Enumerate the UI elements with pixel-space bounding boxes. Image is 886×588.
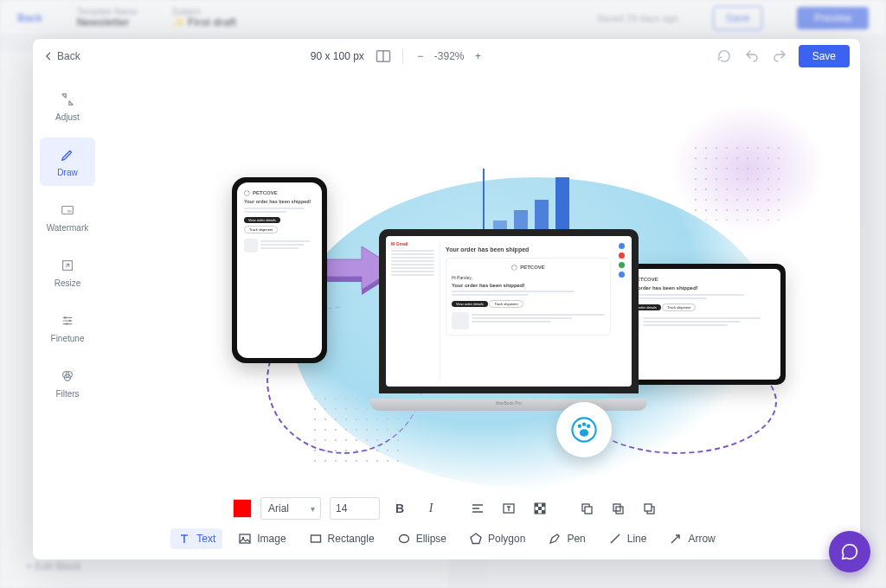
svg-marker-35 <box>471 534 481 544</box>
editor-bottom-toolbar: Arial▾ 14 B I Text Image <box>33 490 860 559</box>
svg-rect-27 <box>613 504 620 511</box>
tool-image[interactable]: Image <box>231 528 292 549</box>
redo-icon[interactable] <box>771 48 788 65</box>
svg-point-6 <box>68 319 71 322</box>
editor-topbar: Back 90 x 100 px − -392% + Save <box>33 39 860 74</box>
chart-bar <box>555 177 569 236</box>
align-button[interactable] <box>466 497 489 520</box>
rail-filters[interactable]: Filters <box>40 359 95 407</box>
italic-button[interactable]: I <box>420 497 442 520</box>
help-chat-button[interactable] <box>829 531 870 572</box>
filters-icon <box>60 368 75 384</box>
draw-icon <box>60 147 75 163</box>
resize-icon <box>60 258 75 273</box>
tool-text[interactable]: Text <box>170 528 222 549</box>
text-icon <box>177 532 191 546</box>
save-button[interactable]: Save <box>799 45 850 67</box>
back-button[interactable]: Back <box>43 50 80 62</box>
duplicate-button[interactable] <box>607 497 629 520</box>
rectangle-icon <box>309 532 323 546</box>
rail-finetune[interactable]: Finetune <box>40 304 95 352</box>
layer-front-button[interactable] <box>575 497 598 520</box>
svg-rect-3 <box>67 210 72 213</box>
zoom-in-button[interactable]: + <box>472 50 485 62</box>
editor-canvas[interactable]: ◯ PETCOVE Your order has been shipped! V… <box>102 74 860 490</box>
svg-rect-20 <box>535 503 538 507</box>
undo-icon[interactable] <box>743 48 761 65</box>
svg-rect-22 <box>538 507 542 510</box>
opacity-button[interactable] <box>529 497 551 520</box>
svg-rect-24 <box>542 510 545 514</box>
rail-watermark[interactable]: Watermark <box>40 193 95 241</box>
mini-bar-chart <box>483 169 587 238</box>
canvas-illustration: ◯ PETCOVE Your order has been shipped! V… <box>102 74 860 490</box>
zoom-control: − -392% + <box>414 50 485 62</box>
bold-button[interactable]: B <box>388 497 411 520</box>
image-editor-modal: Back 90 x 100 px − -392% + Save <box>33 39 860 559</box>
svg-line-36 <box>611 534 620 543</box>
tool-arrow[interactable]: Arrow <box>662 528 722 549</box>
rail-draw[interactable]: Draw <box>40 137 95 186</box>
color-swatch[interactable] <box>233 499 252 518</box>
laptop-mockup: M Gmail Your order has been shipped ◯ PE… <box>370 229 647 411</box>
layer-back-button[interactable] <box>638 497 660 520</box>
svg-rect-23 <box>535 510 538 514</box>
paw-badge-icon <box>556 402 612 457</box>
svg-point-34 <box>399 535 408 543</box>
phone-mockup: ◯ PETCOVE Your order has been shipped! V… <box>232 177 327 363</box>
image-icon <box>238 532 252 546</box>
zoom-value: -392% <box>434 50 465 62</box>
bg-back-link: Back <box>17 12 42 24</box>
tool-ellipse[interactable]: Ellipse <box>390 528 453 549</box>
ellipse-icon <box>397 532 411 546</box>
arrow-icon <box>669 532 683 546</box>
canvas-dimensions: 90 x 100 px <box>311 50 364 62</box>
adjust-icon <box>60 92 75 107</box>
font-size-input[interactable]: 14 <box>330 497 380 520</box>
svg-point-5 <box>64 316 67 319</box>
svg-rect-26 <box>585 507 592 514</box>
svg-line-37 <box>671 535 679 543</box>
text-box-button[interactable] <box>498 497 520 520</box>
finetune-icon <box>60 313 75 329</box>
tool-polygon[interactable]: Polygon <box>462 528 532 549</box>
svg-point-14 <box>578 425 581 428</box>
tool-rail: Adjust Draw Watermark Resize Finetune Fi… <box>33 74 102 490</box>
svg-point-17 <box>580 429 588 437</box>
back-label: Back <box>57 50 80 62</box>
svg-point-15 <box>582 422 586 425</box>
svg-rect-30 <box>645 504 652 511</box>
rail-resize[interactable]: Resize <box>40 248 95 297</box>
svg-rect-33 <box>311 535 320 542</box>
rail-adjust[interactable]: Adjust <box>40 82 95 131</box>
font-select[interactable]: Arial▾ <box>260 497 321 520</box>
polygon-icon <box>469 532 483 546</box>
tool-pen[interactable]: Pen <box>541 528 592 549</box>
svg-rect-28 <box>616 507 623 514</box>
svg-rect-31 <box>240 534 250 543</box>
svg-point-7 <box>66 323 68 325</box>
pen-icon <box>548 532 562 546</box>
tool-rectangle[interactable]: Rectangle <box>302 528 382 549</box>
chat-icon <box>840 542 859 561</box>
line-icon <box>608 532 622 546</box>
watermark-icon <box>60 202 75 218</box>
svg-point-16 <box>587 425 590 428</box>
tool-line[interactable]: Line <box>601 528 654 549</box>
zoom-out-button[interactable]: − <box>414 50 427 62</box>
svg-rect-21 <box>542 503 545 507</box>
aspect-ratio-icon[interactable] <box>375 48 392 65</box>
refresh-icon[interactable] <box>716 48 733 65</box>
